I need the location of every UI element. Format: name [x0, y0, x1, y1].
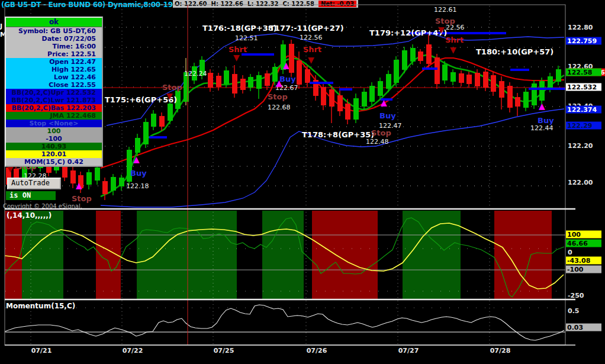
candle-body — [426, 44, 432, 64]
osc-band-black — [378, 211, 403, 299]
candle-body — [556, 69, 561, 82]
candle-body — [265, 73, 270, 86]
candle-body — [159, 116, 165, 127]
trade-result-label: T178:+8(GP+35) — [302, 130, 374, 139]
price-tag-label: 122.56 — [300, 34, 323, 41]
buy-signal-label: Buy — [538, 116, 554, 125]
candle-body — [86, 172, 92, 185]
candle-body — [297, 60, 302, 85]
info-row: High 122.65 — [6, 66, 102, 73]
date-label: 07/26 — [307, 347, 327, 355]
axis-value-badge: 122.29 — [566, 122, 601, 130]
candle-body — [321, 87, 326, 105]
ok-button[interactable]: ok — [6, 18, 102, 27]
info-row: MOM(15,C) 0.42 — [6, 158, 102, 166]
info-row: Open 122.47 — [6, 58, 102, 66]
axis-value-badge: -100 — [566, 266, 601, 273]
candle-body — [232, 74, 237, 94]
price-tag-label: 122.61 — [434, 6, 457, 14]
osc-band-black — [552, 211, 565, 299]
candle-body — [248, 77, 253, 88]
info-row: BB(20,2,C)Bas 122.203 — [6, 104, 102, 112]
candle-body — [362, 92, 367, 107]
info-row: BB(20,2,C)Upr 122.532 — [6, 89, 102, 96]
price-tag-label: 122.18 — [126, 182, 149, 190]
trade-result-label: T180:+10(GP+57) — [476, 47, 553, 56]
stop-signal-label: Stop — [435, 17, 455, 25]
trade-result-label: T177:-11(GP+27) — [269, 24, 344, 33]
candle-body — [378, 81, 383, 96]
candle-body — [337, 95, 343, 111]
buy-arrow-icon: ▲ — [133, 155, 140, 163]
candle-body — [442, 65, 448, 80]
buy-arrow-icon: ▲ — [283, 61, 289, 69]
axis-value-badge: 122.759 — [566, 37, 601, 45]
sell-arrow-icon: ▼ — [308, 56, 314, 64]
buy-arrow-icon: ▲ — [276, 79, 282, 87]
candle-body — [143, 122, 149, 144]
info-row: Date: 07/22/05 — [6, 35, 102, 43]
candle-body — [95, 167, 100, 181]
osc-band-green — [262, 211, 304, 299]
candle-body — [256, 75, 262, 89]
candle-body — [435, 57, 440, 84]
osc-band-red — [494, 211, 552, 299]
osc-band-green — [137, 211, 237, 299]
candle-body — [111, 177, 116, 191]
candle-body — [499, 81, 504, 98]
candle-body — [70, 170, 76, 183]
candle-body — [394, 60, 399, 83]
data-window-panel: ok Symbol: GB U5-DT,60Date: 07/22/05Time… — [5, 17, 103, 167]
info-row: Symbol: GB U5-DT,60 — [6, 27, 102, 35]
axis-label: 0 — [568, 249, 572, 256]
info-row: BB(20,2,C)Lwr 121.873 — [6, 96, 102, 104]
esignal-chart-window: (GB U5-DT - Euro BUND 60) Dynamic,8:00-1… — [0, 0, 605, 364]
info-row: Price: 122.51 — [6, 50, 102, 58]
candle-body — [305, 69, 310, 83]
axis-label: 122.00 — [568, 179, 593, 186]
candle-body — [119, 178, 124, 186]
buy-arrow-icon: ▲ — [381, 98, 387, 107]
osc-band-black — [121, 211, 137, 299]
candle-body — [475, 73, 480, 86]
buy-arrow-icon: ▲ — [76, 181, 82, 189]
autotrade-button[interactable]: AutoTrade — [7, 178, 61, 189]
sell-arrow-icon: ▼ — [438, 25, 445, 34]
date-label: 07/22 — [123, 347, 143, 355]
info-row: Low 122.46 — [6, 73, 102, 81]
axis-label: 0.5 — [568, 307, 580, 315]
info-row: -100 — [6, 135, 102, 143]
info-row: Stop <None> — [6, 120, 102, 127]
candle-body — [208, 73, 213, 88]
osc-band-red — [312, 211, 378, 299]
sell-arrow-icon: ▼ — [166, 92, 173, 100]
momentum-line — [5, 305, 564, 340]
candle-body — [402, 50, 407, 70]
info-row: Close 122.55 — [6, 81, 102, 89]
autotrade-status-toggle[interactable]: is ON — [6, 191, 56, 200]
candle-body — [515, 97, 520, 107]
price-tag-label: 122.24 — [184, 70, 207, 78]
candle-body — [240, 79, 246, 90]
axis-value-badge: 122.374 — [566, 106, 601, 114]
candle-body — [386, 74, 391, 89]
candle-body — [491, 75, 496, 92]
candle-body — [523, 92, 529, 108]
short-signal-label: Shrt — [303, 45, 321, 54]
candle-body — [168, 104, 173, 121]
candle-body — [345, 104, 350, 120]
buy-arrow-icon: ▲ — [539, 102, 545, 110]
trade-result-label: T176:-18(GP+38) — [202, 24, 277, 33]
date-label: 07/28 — [490, 347, 511, 355]
candle-body — [62, 166, 67, 178]
candle-body — [369, 86, 375, 102]
candle-body — [224, 70, 229, 84]
axis-value-badge: 46.66 — [566, 240, 601, 247]
candle-body — [102, 181, 108, 194]
axis-label: -250 — [568, 292, 584, 299]
price-tag-label: 122.48 — [366, 138, 389, 146]
axis-value-badge: 0.03 — [566, 324, 601, 331]
axis-label: 122.80 — [568, 24, 593, 31]
buy-signal-label: Buy — [130, 169, 147, 178]
momentum-study-label: Momentum(15,C) — [6, 302, 75, 310]
